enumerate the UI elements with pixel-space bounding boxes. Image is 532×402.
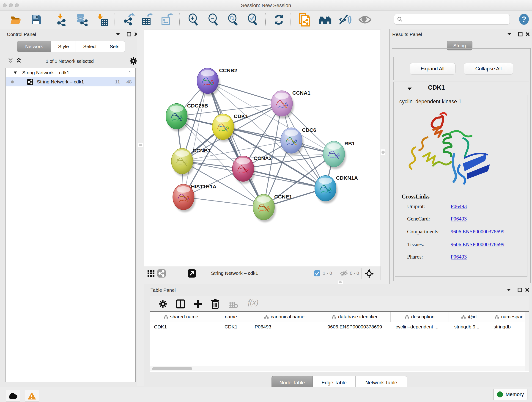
detach-view-button[interactable] [188,269,196,278]
column-header-description[interactable]: description [391,312,449,322]
table-horizontal-scrollbar[interactable] [150,366,525,371]
cell-id[interactable]: stringdb:9... [449,322,489,332]
pharos-link[interactable]: P06493 [451,254,467,260]
column-header-name[interactable]: name [212,312,250,322]
expand-all-networks-icon[interactable] [16,58,22,64]
help-button[interactable]: ? [518,13,530,25]
string-import-button[interactable] [298,13,311,26]
tissues-link[interactable]: 9606.ENSP00000378699 [451,242,505,248]
expand-all-button[interactable]: Expand All [410,63,456,75]
graph-node-CCNA1[interactable]: CCNA1 [271,90,310,119]
column-header-id[interactable]: @id [449,312,489,322]
column-header-database-identifier[interactable]: database identifier [319,312,391,322]
warning-status-button[interactable] [25,390,39,402]
horizontal-scrollbar-thumb[interactable] [152,367,192,370]
save-session-button[interactable] [29,13,43,26]
left-splitter-handle[interactable] [138,143,143,147]
tab-select[interactable]: Select [76,41,104,52]
right-splitter-handle[interactable] [381,149,385,155]
zoom-selected-button[interactable] [246,13,259,26]
hide-details-button[interactable] [339,13,352,26]
table-panel-float-button[interactable] [517,287,523,293]
uniprot-link[interactable]: P06493 [451,204,467,210]
results-panel-menu-button[interactable] [506,31,512,37]
genecard-link[interactable]: P06493 [451,216,467,222]
hidden-eye-slash-icon [340,270,348,277]
delete-column-trash-icon[interactable] [211,299,220,309]
graph-node-CDKN1A[interactable]: CDKN1A [315,175,358,204]
network-row-label: String Network – cdk1 [37,79,84,85]
compartments-link[interactable]: 9606.ENSP00000378699 [451,229,505,235]
right-splitter[interactable] [381,29,389,280]
graph-node-HIST1H1A[interactable]: HIST1H1A [173,184,216,212]
show-graphics-details-button[interactable] [358,13,372,26]
import-network-from-database-button[interactable] [75,13,88,26]
column-header-canonical-name[interactable]: canonical name [250,312,319,322]
zoom-in-button[interactable] [187,13,200,26]
network-collection-row[interactable]: String Network – cdk1 1 [6,68,135,77]
memory-button[interactable]: Memory [493,389,527,400]
tab-style[interactable]: Style [51,41,76,52]
network-row-selected[interactable]: String Network – cdk1 11 48 [6,77,135,86]
cell-name[interactable]: CDK1 [212,322,250,332]
table-vertical-scrollbar[interactable] [525,312,529,371]
export-network-button[interactable] [122,13,135,26]
table-settings-gear-icon[interactable] [158,300,167,308]
graph-node-CDK1[interactable]: CDK1 [212,113,248,142]
cell-database-identifier[interactable]: 9606.ENSP00000378699 [319,322,391,332]
results-panel-float-button[interactable] [517,31,523,37]
tab-sets[interactable]: Sets [104,41,125,52]
crosslink-label: Compartments: [407,229,440,235]
zoom-out-button[interactable] [207,13,220,26]
graph-node-label: CCNA1 [292,90,310,96]
results-panel-close-button[interactable] [525,31,531,37]
control-panel-float-button[interactable] [126,31,132,37]
table-panel-menu-button[interactable] [506,287,512,293]
open-session-button[interactable] [9,13,22,26]
window-title: Session: New Session [0,2,532,8]
grid-view-icon[interactable] [147,270,155,277]
graph-node-label: RB1 [344,140,355,147]
crosslink-label: Pharos: [407,254,423,260]
graph-node-CCNB2[interactable]: CCNB2 [197,67,237,96]
zoom-fit-button[interactable] [226,13,240,26]
show-columns-icon[interactable] [176,299,185,308]
tab-network[interactable]: Network [17,41,51,52]
graph-node-CCNE1[interactable]: CCNE1 [253,194,292,222]
column-header-namespace[interactable]: namespac [489,312,529,322]
cloud-status-button[interactable] [6,390,20,402]
graph-node-CCNA2[interactable]: CCNA2 [232,155,272,184]
search-input[interactable] [404,17,506,22]
network-canvas[interactable]: CCNB2CCNA1CDC25BCDK1CDC6RB1CCNB1CCNA2CDK… [144,30,380,267]
graph-node-CCNB1[interactable]: CCNB1 [171,148,211,176]
search-box[interactable] [394,14,510,25]
gene-section-collapse-icon[interactable] [407,87,412,90]
table-row[interactable]: CDK1 CDK1 P06493 9606.ENSP00000378699 cy… [150,322,529,332]
apply-style-refresh-button[interactable] [272,13,285,26]
network-share-view-icon[interactable] [157,269,166,278]
export-image-button[interactable] [160,13,173,26]
column-header-shared-name[interactable]: shared name [150,312,212,322]
graph-node-label: CCNB2 [219,67,237,73]
create-column-plus-icon[interactable] [193,299,203,308]
collapse-all-button[interactable]: Collapse All [464,63,513,75]
control-panel-menu-button[interactable] [115,31,121,37]
cell-canonical-name[interactable]: P06493 [250,322,319,332]
selected-checkbox-icon[interactable] [314,270,320,276]
cell-description[interactable]: cyclin–dependent ... [391,322,449,332]
graph-node-RB1[interactable]: RB1 [323,140,355,169]
collapse-all-networks-icon[interactable] [8,58,14,64]
cell-namespace[interactable]: stringdb [489,322,529,332]
birds-eye-toggle-icon[interactable] [365,269,374,278]
table-panel-close-button[interactable] [524,287,530,293]
left-splitter[interactable] [137,29,144,386]
houses-layout-button[interactable] [318,13,332,26]
export-table-button[interactable] [141,13,154,26]
horizontal-splitter-handle[interactable] [338,281,343,284]
import-network-button[interactable] [55,13,68,26]
network-options-gear-icon[interactable] [129,57,138,65]
graph-node-CDC6[interactable]: CDC6 [281,127,316,156]
tree-expand-icon[interactable] [13,71,17,74]
cell-shared-name[interactable]: CDK1 [150,322,212,332]
import-table-button[interactable] [96,13,109,26]
